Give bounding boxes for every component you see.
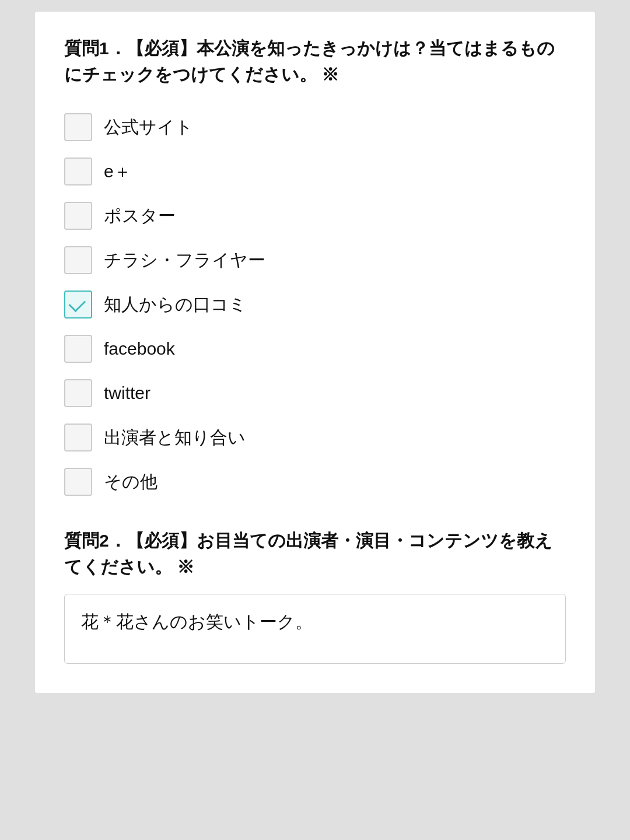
checkbox-label-poster: ポスター: [104, 204, 176, 228]
question1-title: 質問1．【必須】本公演を知ったきっかけは？当てはまるものにチェックをつけてくださ…: [64, 35, 566, 88]
checkbox-item-twitter: twitter: [64, 371, 566, 415]
checkbox-item-poster: ポスター: [64, 194, 566, 238]
checkbox-label-other: その他: [104, 470, 158, 494]
checkbox-label-flyer: チラシ・フライヤー: [104, 248, 265, 272]
checkbox-label-word-of-mouth: 知人からの口コミ: [104, 292, 247, 317]
checkbox-label-performer-acquaintance: 出演者と知り合い: [104, 425, 246, 450]
checkbox-item-facebook: facebook: [64, 327, 566, 371]
checkbox-label-eplus: e＋: [104, 159, 131, 184]
checkbox-other[interactable]: [64, 468, 92, 496]
question1-options: 公式サイトe＋ポスターチラシ・フライヤー知人からの口コミfacebooktwit…: [64, 105, 566, 504]
checkbox-item-eplus: e＋: [64, 149, 566, 194]
checkbox-item-flyer: チラシ・フライヤー: [64, 238, 566, 282]
checkbox-facebook[interactable]: [64, 335, 92, 363]
checkbox-twitter[interactable]: [64, 379, 92, 407]
checkbox-item-performer-acquaintance: 出演者と知り合い: [64, 415, 566, 460]
checkbox-flyer[interactable]: [64, 246, 92, 274]
question2-answer[interactable]: 花＊花さんのお笑いトーク。: [64, 594, 566, 664]
checkbox-item-word-of-mouth: 知人からの口コミ: [64, 282, 566, 327]
checkbox-word-of-mouth[interactable]: [64, 290, 92, 318]
checkbox-item-official-site: 公式サイト: [64, 105, 566, 149]
checkbox-poster[interactable]: [64, 202, 92, 230]
checkbox-item-other: その他: [64, 460, 566, 504]
survey-card: 質問1．【必須】本公演を知ったきっかけは？当てはまるものにチェックをつけてくださ…: [35, 12, 595, 693]
checkbox-label-official-site: 公式サイト: [104, 115, 193, 139]
checkbox-official-site[interactable]: [64, 113, 92, 141]
checkbox-label-facebook: facebook: [104, 337, 175, 361]
checkbox-label-twitter: twitter: [104, 381, 150, 405]
question2-title: 質問2．【必須】お目当ての出演者・演目・コンテンツを教えてください。 ※: [64, 527, 566, 580]
checkbox-performer-acquaintance[interactable]: [64, 424, 92, 452]
checkbox-eplus[interactable]: [64, 158, 92, 186]
